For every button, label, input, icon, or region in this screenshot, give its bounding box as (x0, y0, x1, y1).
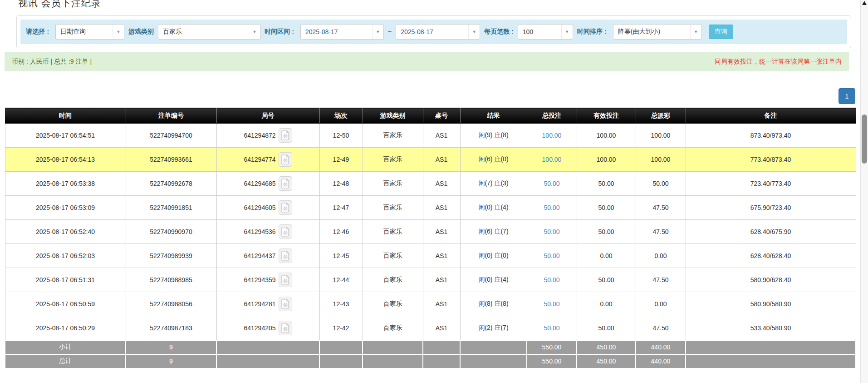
player-score: (7) (485, 179, 492, 187)
page-size-value: 100 (518, 28, 561, 35)
player-score: (0) (485, 252, 492, 259)
total-bet-link[interactable]: 50.00 (544, 228, 559, 235)
cell-time: 2025-08-17 06:53:38 (5, 172, 126, 196)
total-bet-link[interactable]: 50.00 (544, 204, 559, 211)
cell-valid-bet: 50.00 (577, 196, 636, 220)
cell-payout: 47.50 (636, 268, 686, 292)
cell-table-no: AS1 (423, 148, 460, 172)
cell-payout: 47.50 (636, 220, 686, 244)
banker-result-label: 庄 (494, 276, 500, 283)
total-valid-bet: 450.00 (577, 354, 636, 368)
date-from-value: 2025-08-17 (301, 28, 372, 35)
col-header-result: 结果 (460, 108, 527, 124)
cell-time: 2025-08-17 06:53:09 (5, 196, 126, 220)
chevron-down-icon: ▼ (561, 25, 573, 39)
cell-valid-bet: 100.00 (577, 124, 636, 148)
player-result-label: 闲 (478, 276, 485, 283)
cell-time: 2025-08-17 06:52:40 (5, 220, 126, 244)
subtotal-total-bet: 550.00 (527, 340, 577, 354)
cell-payout: 100.00 (636, 148, 686, 172)
col-header-round-no: 局号 (216, 108, 319, 124)
cell-game: 百家乐 (363, 196, 423, 220)
total-count: 9 (126, 354, 216, 368)
player-result-label: 闲 (478, 155, 485, 163)
time-sort-select[interactable]: 降幂(由大到小) ▼ (613, 24, 702, 40)
cell-bet-no: 522740991851 (126, 196, 216, 220)
col-header-valid-bet: 有效投注 (577, 108, 636, 124)
banker-result-label: 庄 (494, 204, 500, 211)
query-button[interactable]: 查询 (709, 25, 733, 39)
cell-payout: 0.00 (636, 292, 686, 316)
banker-result-label: 庄 (494, 131, 500, 139)
date-to-select[interactable]: 2025-08-17 ▼ (396, 24, 480, 40)
video-replay-icon[interactable] (279, 200, 292, 215)
subtotal-row: 小计 9 550.00 450.00 440.00 (5, 340, 856, 354)
cell-payout: 50.00 (636, 172, 686, 196)
table-row: 2025-08-17 06:53:38 522740992678 6412946… (5, 172, 856, 196)
scrollbar[interactable] (860, 0, 868, 383)
cell-valid-bet: 0.00 (577, 292, 636, 316)
video-replay-icon[interactable] (279, 152, 292, 167)
col-header-total-bet: 总投注 (527, 108, 577, 124)
cell-result: 闲(0) 庄(4) (460, 268, 527, 292)
col-header-table: 桌号 (423, 108, 460, 124)
cell-session: 12-50 (319, 124, 363, 148)
table-row: 2025-08-17 06:52:03 522740989939 6412944… (5, 244, 856, 268)
video-replay-icon[interactable] (279, 297, 292, 311)
cell-session: 12-47 (319, 196, 363, 220)
cell-remark: 628.40/675.90 (686, 220, 856, 244)
scrollbar-thumb[interactable] (862, 114, 867, 164)
cell-result: 闲(2) 庄(7) (460, 316, 527, 340)
total-bet-link[interactable]: 100.00 (542, 156, 562, 163)
summary-bar: 币别 : 人民币 | 总共 :9 注单 | 同局有效投注，统一计算在该局第一张注… (5, 52, 849, 71)
cell-round-no: 641294359 (244, 276, 275, 284)
cell-session: 12-43 (319, 292, 363, 316)
total-bet-link[interactable]: 100.00 (542, 132, 562, 139)
chevron-down-icon: ▼ (249, 25, 260, 39)
query-type-select[interactable]: 日期查询 ▼ (55, 24, 124, 40)
total-bet-link[interactable]: 50.00 (544, 300, 559, 308)
grand-total-row: 总计 9 550.00 450.00 440.00 (5, 354, 856, 368)
player-result-label: 闲 (478, 131, 485, 139)
page-size-select[interactable]: 100 ▼ (518, 24, 573, 40)
video-replay-icon[interactable] (279, 273, 292, 287)
cell-round-no: 641294872 (244, 132, 275, 139)
valid-bet-notice: 同局有效投注，统一计算在该局第一张注单内 (715, 58, 842, 66)
page-1-button[interactable]: 1 (839, 88, 855, 104)
select-type-label: 请选择： (26, 28, 51, 36)
cell-round-no: 641294774 (244, 156, 275, 163)
total-bet-link[interactable]: 50.00 (544, 252, 559, 259)
cell-result: 闲(7) 庄(3) (460, 172, 527, 196)
cell-bet-no: 522740988985 (126, 268, 216, 292)
player-score: (0) (485, 204, 492, 211)
player-score: (9) (485, 131, 492, 139)
total-bet-link[interactable]: 50.00 (544, 276, 559, 284)
date-from-select[interactable]: 2025-08-17 ▼ (300, 24, 384, 40)
banker-result-label: 庄 (494, 228, 500, 235)
cell-bet-no: 522740992678 (126, 172, 216, 196)
total-label: 总计 (5, 354, 126, 368)
table-row: 2025-08-17 06:51:31 522740988985 6412943… (5, 268, 856, 292)
table-header-row: 时间 注单编号 局号 场次 游戏类别 桌号 结果 总投注 有效投注 总派彩 备注 (5, 108, 856, 124)
total-bet-link[interactable]: 50.00 (544, 324, 559, 332)
chevron-down-icon: ▼ (690, 25, 701, 39)
video-replay-icon[interactable] (279, 249, 292, 263)
cell-remark: 628.40/628.40 (686, 244, 856, 268)
cell-remark: 580.90/628.40 (686, 268, 856, 292)
video-replay-icon[interactable] (279, 176, 292, 191)
cell-payout: 47.50 (636, 196, 686, 220)
banker-score: (3) (500, 179, 508, 187)
scroll-up-icon[interactable] (862, 1, 867, 5)
total-bet-link[interactable]: 50.00 (544, 180, 559, 187)
video-replay-icon[interactable] (279, 321, 292, 335)
video-replay-icon[interactable] (279, 224, 292, 239)
video-replay-icon[interactable] (279, 128, 292, 143)
cell-result: 闲(9) 庄(8) (460, 124, 527, 148)
chevron-down-icon: ▼ (468, 25, 480, 39)
table-row: 2025-08-17 06:50:59 522740988056 6412942… (5, 292, 856, 316)
cell-round-no: 641294536 (244, 228, 275, 235)
cell-result: 闲(8) 庄(8) (460, 292, 527, 316)
game-category-select[interactable]: 百家乐 ▼ (158, 24, 260, 40)
cell-game: 百家乐 (363, 148, 423, 172)
cell-remark: 773.40/873.40 (686, 148, 856, 172)
